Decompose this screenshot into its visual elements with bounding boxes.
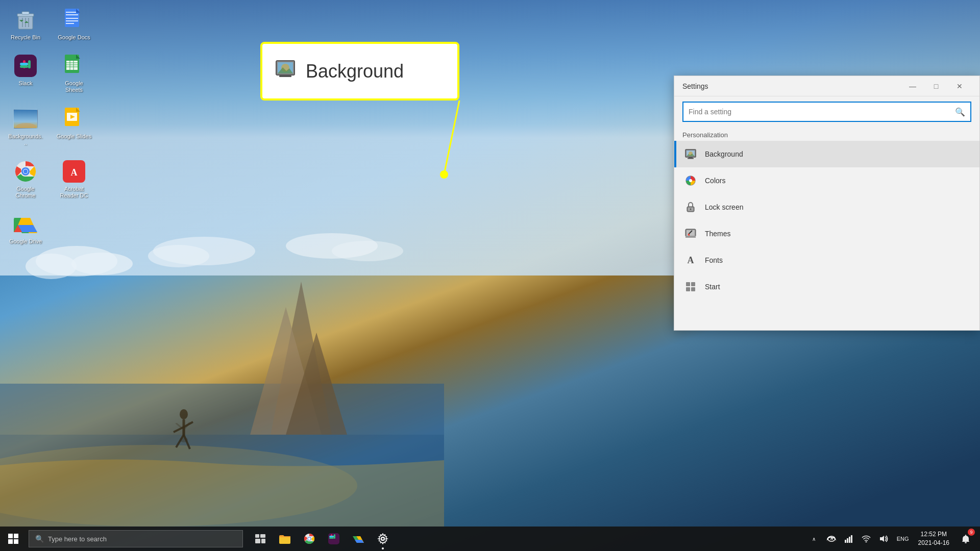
notification-button[interactable]: 9 <box>955 527 976 551</box>
svg-rect-96 <box>691 282 695 286</box>
settings-menu-item-start[interactable]: Start <box>674 273 979 300</box>
desktop-icon-slack[interactable]: Slack <box>5 51 46 96</box>
settings-search-input[interactable] <box>689 108 955 116</box>
svg-point-121 <box>381 537 384 540</box>
taskbar-task-view[interactable] <box>249 527 272 551</box>
desktop-icon-google-chrome[interactable]: Google Chrome <box>5 157 46 202</box>
svg-rect-31 <box>66 20 78 21</box>
themes-menu-label: Themes <box>705 230 731 238</box>
svg-point-131 <box>865 541 867 542</box>
icon-row-2: Slack Google Sheets <box>5 51 94 96</box>
svg-rect-42 <box>20 65 28 68</box>
background-menu-icon <box>684 148 697 160</box>
svg-rect-128 <box>847 538 848 543</box>
settings-icon-active-dot <box>382 547 384 549</box>
start-button[interactable] <box>0 527 27 551</box>
settings-window: Settings — □ ✕ 🔍 Personalization <box>674 76 980 331</box>
svg-rect-114 <box>334 534 335 539</box>
desktop-icon-google-slides[interactable]: Google Slides <box>54 104 94 149</box>
lock-screen-menu-label: Lock screen <box>705 203 743 211</box>
settings-titlebar: Settings — □ ✕ <box>674 76 979 96</box>
acrobat-label: Acrobat Reader DC <box>56 186 92 199</box>
desktop-icon-google-drive[interactable]: Google Drive <box>5 209 46 247</box>
desktop-icon-google-docs[interactable]: Google Docs <box>54 5 94 43</box>
taskbar: 🔍 Type here to search <box>0 527 980 551</box>
svg-rect-99 <box>8 534 13 538</box>
svg-rect-32 <box>66 23 74 24</box>
svg-rect-127 <box>845 540 846 543</box>
taskbar-file-explorer[interactable] <box>274 527 296 551</box>
svg-rect-92 <box>685 236 696 238</box>
svg-text:A: A <box>71 167 78 178</box>
maximize-button[interactable]: □ <box>924 78 948 94</box>
tray-network-icon[interactable] <box>841 527 857 551</box>
taskbar-search-text: Type here to search <box>48 535 107 543</box>
settings-menu-item-colors[interactable]: Colors <box>674 167 979 194</box>
svg-point-17 <box>26 254 77 279</box>
taskbar-chrome[interactable] <box>298 527 321 551</box>
acrobat-icon: A <box>62 159 86 184</box>
search-input-wrapper[interactable]: 🔍 <box>682 102 971 122</box>
svg-rect-95 <box>686 282 690 286</box>
google-docs-label: Google Docs <box>58 34 90 41</box>
themes-menu-icon <box>684 228 697 240</box>
settings-window-title: Settings <box>682 82 708 90</box>
slack-label: Slack <box>19 80 33 87</box>
titlebar-buttons: — □ ✕ <box>901 78 971 94</box>
tray-wifi-icon[interactable] <box>858 527 874 551</box>
svg-point-61 <box>23 169 28 173</box>
taskbar-slack[interactable] <box>323 527 345 551</box>
svg-point-89 <box>690 209 692 210</box>
svg-rect-107 <box>279 536 290 544</box>
system-clock[interactable]: 12:52 PM 2021-04-16 <box>914 527 953 551</box>
google-sheets-label: Google Sheets <box>56 80 92 93</box>
google-drive-label: Google Drive <box>9 238 42 245</box>
icon-row-4: Google Chrome A Acrobat Reader DC <box>5 157 94 202</box>
svg-rect-116 <box>329 537 334 539</box>
fonts-menu-label: Fonts <box>705 256 723 264</box>
background-menu-label: Background <box>705 150 743 158</box>
google-sheets-icon <box>62 54 86 78</box>
system-tray: ∧ <box>806 527 892 551</box>
svg-rect-102 <box>14 539 18 544</box>
desktop-icons: Recycle Bin Google Docs <box>5 5 94 248</box>
svg-rect-100 <box>14 534 18 538</box>
taskbar-icon-group <box>249 527 394 551</box>
svg-rect-35 <box>66 12 76 13</box>
google-slides-icon <box>62 107 86 131</box>
desktop-icon-backgrounds[interactable]: Backgrounds... <box>5 104 46 149</box>
svg-rect-106 <box>261 539 265 543</box>
tray-volume-icon[interactable] <box>875 527 892 551</box>
settings-menu-item-lock-screen[interactable]: Lock screen <box>674 194 979 220</box>
icon-row-5: Google Drive <box>5 209 94 247</box>
taskbar-google-drive[interactable] <box>347 527 370 551</box>
tray-cloud-icon[interactable] <box>823 527 840 551</box>
desktop-icon-google-sheets[interactable]: Google Sheets <box>54 51 94 96</box>
svg-marker-132 <box>880 536 884 542</box>
icon-row-3: Backgrounds... Google Slides <box>5 104 94 149</box>
taskbar-settings[interactable] <box>372 527 394 551</box>
notification-count: 9 <box>968 529 975 536</box>
svg-rect-25 <box>22 12 29 14</box>
minimize-button[interactable]: — <box>901 78 924 94</box>
tray-language[interactable]: ENG <box>894 527 912 551</box>
settings-menu-item-background[interactable]: Background <box>674 141 979 167</box>
desktop-icon-acrobat[interactable]: A Acrobat Reader DC <box>54 157 94 202</box>
svg-rect-84 <box>688 158 694 159</box>
svg-point-86 <box>689 179 692 182</box>
search-submit-button[interactable]: 🔍 <box>955 107 965 117</box>
svg-rect-45 <box>66 61 78 70</box>
colors-menu-icon <box>684 174 697 187</box>
tray-chevron[interactable]: ∧ <box>806 527 822 551</box>
start-menu-label: Start <box>705 283 720 291</box>
settings-menu-item-fonts[interactable]: A Fonts <box>674 247 979 273</box>
desktop-icon-recycle-bin[interactable]: Recycle Bin <box>5 5 46 43</box>
settings-menu-item-themes[interactable]: Themes <box>674 220 979 247</box>
google-docs-icon <box>62 8 86 32</box>
svg-point-22 <box>332 241 403 261</box>
colors-menu-label: Colors <box>705 177 725 185</box>
taskbar-search-bar[interactable]: 🔍 Type here to search <box>29 530 243 547</box>
svg-rect-30 <box>66 18 78 19</box>
close-button[interactable]: ✕ <box>948 78 971 94</box>
svg-rect-41 <box>20 63 28 65</box>
